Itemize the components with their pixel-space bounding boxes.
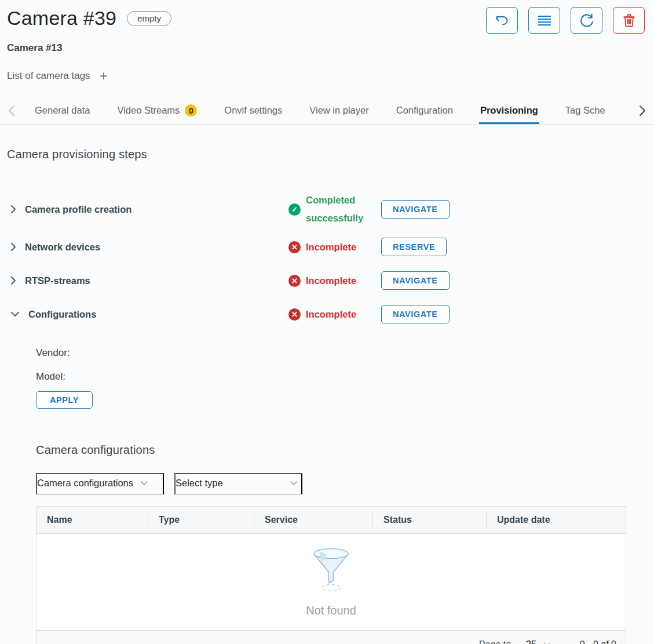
provisioning-steps: Camera profile creation ✓ Completed succ…: [7, 190, 654, 328]
funnel-icon: [306, 547, 357, 597]
step-expander[interactable]: Camera profile creation: [7, 204, 288, 215]
chevron-left-icon: [8, 105, 15, 117]
chevron-down-icon: [290, 481, 298, 486]
camera-tags-label: List of camera tags: [7, 70, 90, 82]
chevron-right-icon: [10, 276, 16, 285]
type-filter-select[interactable]: Select type: [174, 473, 302, 494]
tabs: General data Video Streams 0 Onvif setti…: [34, 97, 606, 124]
delete-button[interactable]: [613, 7, 645, 34]
step-expander[interactable]: Network devices: [7, 242, 288, 253]
plus-icon: +: [100, 68, 108, 83]
camera-configurations-section: Camera configurations Camera configurati…: [36, 443, 654, 644]
x-circle-icon: ✕: [288, 275, 301, 287]
page-to-label: Page to: [479, 639, 511, 644]
step-row-network-devices: Network devices ✕ Incomplete RESERVE: [7, 233, 654, 261]
column-header-status[interactable]: Status: [372, 512, 486, 528]
step-row-camera-profile-creation: Camera profile creation ✓ Completed succ…: [7, 190, 654, 228]
navigate-button[interactable]: NAVIGATE: [381, 200, 450, 219]
page-header: Camera #39 empty Camera #13 List of came…: [0, 0, 654, 82]
tab-bar: General data Video Streams 0 Onvif setti…: [0, 97, 654, 125]
configurations-detail: Vendor: Model: APPLY: [36, 341, 654, 409]
chevron-right-icon: [639, 105, 646, 117]
camera-subtitle: Camera #13: [7, 42, 171, 54]
tab-onvif-settings[interactable]: Onvif settings: [223, 97, 283, 124]
camera-configurations-heading: Camera configurations: [36, 443, 654, 457]
column-header-service[interactable]: Service: [254, 512, 372, 528]
undo-button[interactable]: [486, 7, 518, 34]
tab-video-streams[interactable]: Video Streams 0: [116, 97, 198, 124]
trash-icon: [623, 13, 635, 27]
step-status: ✕ Incomplete: [288, 272, 381, 290]
provisioning-content: Camera provisioning steps Camera profile…: [0, 148, 654, 644]
model-label: Model:: [36, 365, 654, 388]
chevron-right-icon: [10, 242, 16, 252]
step-label: Camera profile creation: [25, 204, 131, 215]
camera-details-page: Camera #39 empty Camera #13 List of came…: [0, 0, 654, 644]
configurations-table: Name Type Service Status Update date: [36, 506, 626, 644]
step-row-configurations: Configurations ✕ Incomplete NAVIGATE: [7, 300, 654, 328]
chevron-down-icon: [140, 481, 148, 486]
undo-arrow-icon: [495, 13, 510, 27]
step-label: Network devices: [25, 242, 100, 253]
tabs-scroll-left-button[interactable]: [0, 97, 23, 124]
chevron-down-icon: [543, 642, 551, 644]
tabs-scroll-right-button[interactable]: [631, 97, 654, 124]
x-circle-icon: ✕: [288, 308, 301, 321]
refresh-button[interactable]: [571, 7, 602, 34]
table-header: Name Type Service Status Update date: [36, 507, 626, 534]
title-row: Camera #39 empty: [7, 7, 171, 30]
step-status: ✕ Incomplete: [288, 305, 381, 323]
tab-provisioning[interactable]: Provisioning: [479, 97, 539, 124]
status-text: Incomplete: [306, 238, 356, 256]
tab-general-data[interactable]: General data: [34, 97, 91, 124]
step-status: ✕ Incomplete: [288, 238, 381, 256]
status-text: Incomplete: [306, 305, 356, 323]
column-header-type[interactable]: Type: [148, 512, 254, 528]
step-label: Configurations: [28, 309, 96, 320]
camera-tags-row: List of camera tags +: [7, 70, 171, 82]
add-tag-button[interactable]: +: [98, 70, 109, 82]
list-lines-icon: [537, 14, 552, 27]
step-expander[interactable]: RTSP-streams: [7, 275, 288, 286]
status-text: Completed successfully: [306, 191, 371, 227]
check-circle-icon: ✓: [288, 203, 301, 216]
status-badge: empty: [127, 11, 171, 26]
step-status: ✓ Completed successfully: [288, 191, 381, 227]
apply-button[interactable]: APPLY: [36, 391, 93, 409]
tab-configuration[interactable]: Configuration: [395, 97, 454, 124]
header-actions: [486, 7, 645, 82]
video-streams-count-badge: 0: [185, 104, 197, 117]
navigate-button[interactable]: NAVIGATE: [381, 305, 450, 323]
step-row-rtsp-streams: RTSP-streams ✕ Incomplete NAVIGATE: [7, 267, 654, 294]
step-label: RTSP-streams: [25, 275, 90, 286]
column-header-name[interactable]: Name: [36, 512, 148, 528]
step-expander[interactable]: Configurations: [7, 309, 288, 320]
vendor-label: Vendor:: [36, 341, 654, 365]
tab-tag-schedule[interactable]: Tag Sche: [564, 97, 606, 124]
configurations-filter-select[interactable]: Camera configurations: [36, 473, 164, 494]
log-list-button[interactable]: [528, 7, 560, 34]
reserve-button[interactable]: RESERVE: [381, 238, 447, 256]
column-header-update-date[interactable]: Update date: [486, 512, 626, 528]
header-left: Camera #39 empty Camera #13 List of came…: [7, 7, 171, 82]
tab-view-in-player[interactable]: View in player: [308, 97, 370, 124]
table-pagination: Page to 25 0 - 0 of 0: [36, 630, 626, 644]
refresh-circular-arrow-icon: [579, 13, 594, 28]
chevron-down-icon: [10, 311, 20, 317]
status-text: Incomplete: [306, 272, 356, 290]
empty-state-text: Not found: [306, 604, 356, 617]
chevron-right-icon: [10, 205, 16, 214]
x-circle-icon: ✕: [288, 241, 301, 253]
table-empty-state: Not found: [36, 534, 626, 630]
provisioning-heading: Camera provisioning steps: [7, 148, 654, 161]
page-size-select[interactable]: 25: [526, 639, 551, 644]
pagination-range: 0 - 0 of 0: [580, 639, 616, 644]
navigate-button[interactable]: NAVIGATE: [381, 271, 450, 290]
page-title: Camera #39: [7, 7, 116, 30]
configuration-filters: Camera configurations Select type: [36, 473, 654, 494]
